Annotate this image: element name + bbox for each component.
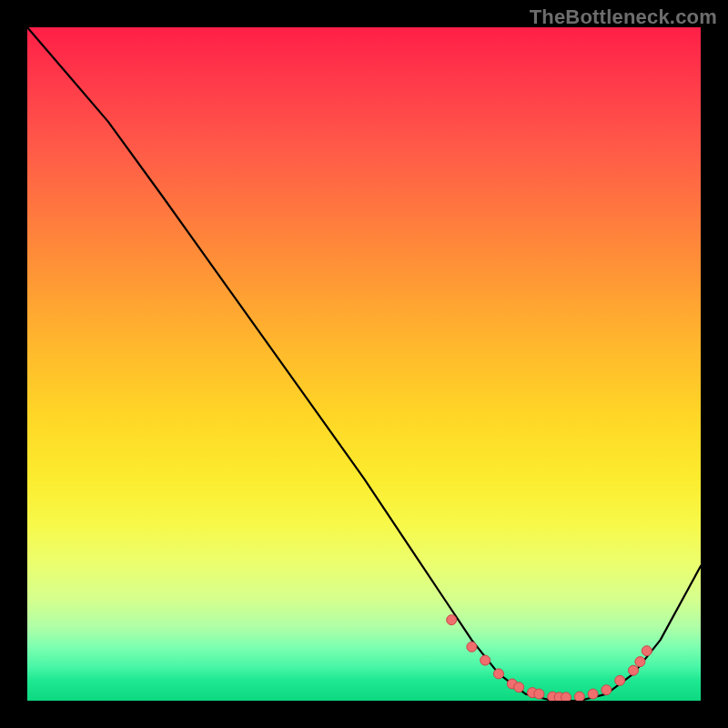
chart-frame: TheBottleneck.com — [0, 0, 728, 728]
chart-overlay — [27, 27, 701, 701]
optimal-dot — [494, 669, 504, 679]
optimal-dot — [635, 657, 645, 667]
watermark-text: TheBottleneck.com — [530, 5, 717, 29]
optimal-dot — [642, 646, 652, 656]
optimal-dot — [447, 615, 457, 625]
optimal-dot — [615, 675, 625, 685]
optimal-dot — [588, 689, 598, 699]
optimal-range-dots — [447, 615, 652, 701]
optimal-dot — [480, 655, 490, 665]
optimal-dot — [602, 685, 612, 695]
optimal-dot — [629, 665, 639, 675]
plot-area — [27, 27, 701, 701]
optimal-dot — [534, 689, 544, 699]
optimal-dot — [561, 693, 571, 701]
bottleneck-curve — [27, 27, 701, 701]
optimal-dot — [467, 642, 477, 652]
optimal-dot — [514, 682, 524, 693]
optimal-dot — [574, 692, 584, 701]
